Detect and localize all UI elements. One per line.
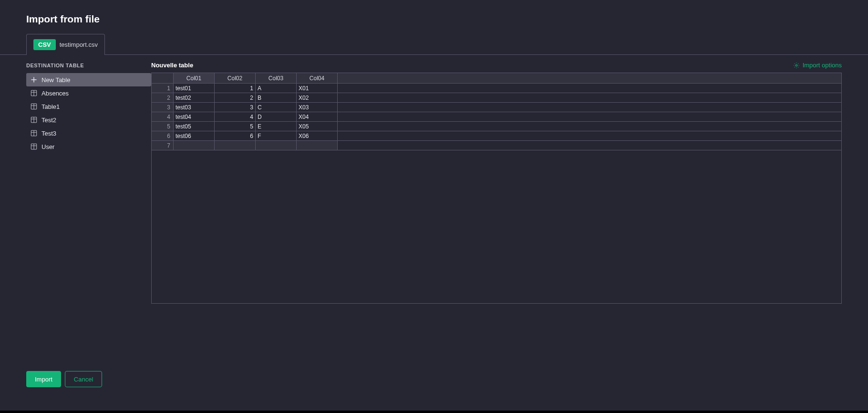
grid-header-rest bbox=[338, 73, 841, 83]
bottom-bar bbox=[0, 411, 868, 413]
column-header[interactable]: Col04 bbox=[297, 73, 338, 83]
row-number: 3 bbox=[152, 103, 174, 112]
data-cell[interactable]: 3 bbox=[215, 103, 256, 112]
row-rest bbox=[338, 112, 841, 121]
data-cell[interactable]: X03 bbox=[297, 103, 338, 112]
row-number: 4 bbox=[152, 112, 174, 121]
table-row[interactable]: 3test033CX03 bbox=[152, 103, 841, 112]
row-rest bbox=[338, 93, 841, 102]
data-cell[interactable] bbox=[256, 141, 297, 150]
row-rest bbox=[338, 84, 841, 93]
data-cell[interactable]: A bbox=[256, 84, 297, 93]
data-cell[interactable]: test06 bbox=[174, 131, 215, 140]
file-type-badge: CSV bbox=[33, 39, 56, 50]
import-button[interactable]: Import bbox=[26, 371, 61, 387]
data-cell[interactable]: F bbox=[256, 131, 297, 140]
import-options-link[interactable]: Import options bbox=[793, 62, 842, 69]
data-cell[interactable]: C bbox=[256, 103, 297, 112]
data-cell[interactable]: 2 bbox=[215, 93, 256, 102]
column-header[interactable]: Col01 bbox=[174, 73, 215, 83]
sidebar-item-label: Test2 bbox=[41, 116, 56, 124]
sidebar-item-table[interactable]: Absences bbox=[26, 86, 151, 100]
table-row[interactable]: 6test066FX06 bbox=[152, 131, 841, 141]
import-options-label: Import options bbox=[803, 62, 842, 69]
sidebar-item-label: New Table bbox=[41, 76, 70, 84]
table-row[interactable]: 5test055EX05 bbox=[152, 122, 841, 131]
table-icon bbox=[30, 143, 38, 150]
data-cell[interactable]: 4 bbox=[215, 112, 256, 121]
table-icon bbox=[30, 89, 38, 97]
row-rest bbox=[338, 122, 841, 131]
preview-grid[interactable]: Col01Col02Col03Col04 1test011AX012test02… bbox=[151, 73, 842, 304]
row-number: 5 bbox=[152, 122, 174, 131]
footer-actions: Import Cancel bbox=[26, 371, 102, 387]
row-rest bbox=[338, 103, 841, 112]
table-icon bbox=[30, 103, 38, 110]
preview-panel: Nouvelle table Import options Col01Col02… bbox=[151, 55, 842, 304]
table-row-empty[interactable]: 7 bbox=[152, 141, 841, 150]
page-title: Import from file bbox=[26, 13, 842, 25]
svg-point-5 bbox=[796, 64, 797, 66]
sidebar-item-table[interactable]: Test3 bbox=[26, 127, 151, 140]
destination-table-sidebar: DESTINATION TABLE New Table AbsencesTabl… bbox=[26, 55, 151, 304]
data-cell[interactable]: D bbox=[256, 112, 297, 121]
column-header[interactable]: Col03 bbox=[256, 73, 297, 83]
data-cell[interactable]: X01 bbox=[297, 84, 338, 93]
file-tab[interactable]: CSV testimport.csv bbox=[26, 34, 105, 55]
data-cell[interactable]: test03 bbox=[174, 103, 215, 112]
sidebar-heading: DESTINATION TABLE bbox=[26, 63, 151, 73]
sidebar-item-label: Table1 bbox=[41, 103, 60, 110]
data-cell[interactable] bbox=[174, 141, 215, 150]
sidebar-item-label: Test3 bbox=[41, 130, 56, 137]
data-cell[interactable]: 5 bbox=[215, 122, 256, 131]
column-header[interactable]: Col02 bbox=[215, 73, 256, 83]
data-cell[interactable]: test04 bbox=[174, 112, 215, 121]
rownum-header bbox=[152, 73, 174, 83]
row-number: 2 bbox=[152, 93, 174, 102]
data-cell[interactable]: 1 bbox=[215, 84, 256, 93]
table-row[interactable]: 2test022BX02 bbox=[152, 93, 841, 103]
data-cell[interactable]: X02 bbox=[297, 93, 338, 102]
gear-icon bbox=[793, 62, 800, 69]
data-cell[interactable]: test05 bbox=[174, 122, 215, 131]
data-cell[interactable]: B bbox=[256, 93, 297, 102]
data-cell[interactable] bbox=[297, 141, 338, 150]
table-icon bbox=[30, 129, 38, 137]
row-number: 1 bbox=[152, 84, 174, 93]
sidebar-item-table[interactable]: Table1 bbox=[26, 100, 151, 113]
data-cell[interactable]: X05 bbox=[297, 122, 338, 131]
row-number: 7 bbox=[152, 141, 174, 150]
data-cell[interactable] bbox=[215, 141, 256, 150]
table-row[interactable]: 4test044DX04 bbox=[152, 112, 841, 122]
file-name: testimport.csv bbox=[60, 41, 98, 48]
preview-table-name: Nouvelle table bbox=[151, 62, 193, 69]
table-icon bbox=[30, 116, 38, 124]
data-cell[interactable]: test01 bbox=[174, 84, 215, 93]
plus-icon bbox=[30, 76, 38, 84]
data-cell[interactable]: X06 bbox=[297, 131, 338, 140]
row-number: 6 bbox=[152, 131, 174, 140]
data-cell[interactable]: 6 bbox=[215, 131, 256, 140]
sidebar-item-label: User bbox=[41, 143, 54, 150]
data-cell[interactable]: X04 bbox=[297, 112, 338, 121]
cancel-button[interactable]: Cancel bbox=[65, 371, 102, 387]
row-rest bbox=[338, 141, 841, 150]
sidebar-item-table[interactable]: Test2 bbox=[26, 113, 151, 127]
data-cell[interactable]: test02 bbox=[174, 93, 215, 102]
grid-header-row: Col01Col02Col03Col04 bbox=[152, 73, 841, 84]
sidebar-item-new-table[interactable]: New Table bbox=[26, 73, 151, 86]
row-rest bbox=[338, 131, 841, 140]
table-row[interactable]: 1test011AX01 bbox=[152, 84, 841, 93]
sidebar-item-table[interactable]: User bbox=[26, 140, 151, 153]
data-cell[interactable]: E bbox=[256, 122, 297, 131]
sidebar-item-label: Absences bbox=[41, 90, 69, 97]
